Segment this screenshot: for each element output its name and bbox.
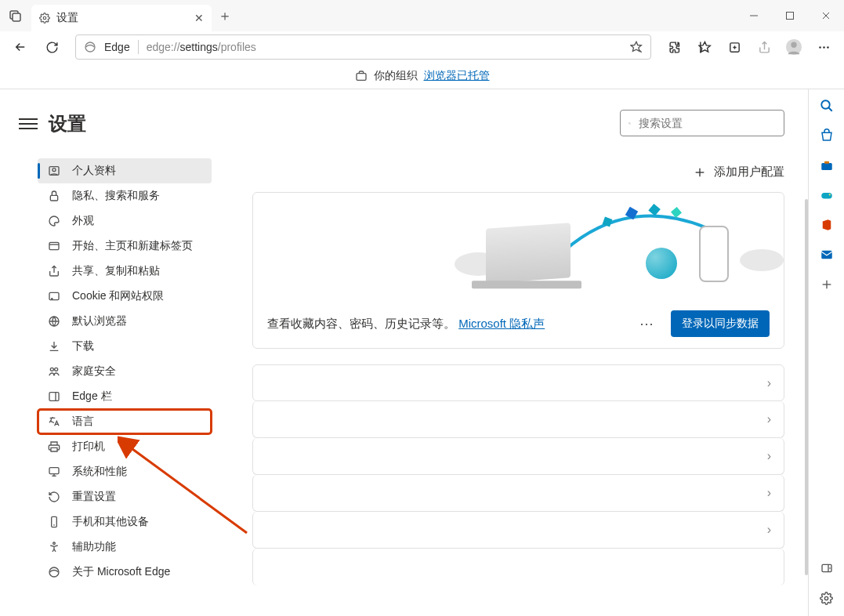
new-tab-button[interactable]: ＋ [212,2,238,29]
banner-link[interactable]: 浏览器已托管 [424,69,490,83]
back-button[interactable] [6,33,34,61]
vbar-panel-icon[interactable] [818,560,835,577]
tab-actions-icon[interactable] [0,0,31,31]
vbar-tools-icon[interactable] [818,157,835,174]
settings-row[interactable]: › [252,401,784,438]
sidebar-item-default[interactable]: 默认浏览器 [38,309,212,334]
vbar-games-icon[interactable] [818,187,835,204]
sidebar-item-cookies[interactable]: Cookie 和网站权限 [38,284,212,309]
titlebar: 设置 ✕ ＋ [0,0,844,31]
sidebar-item-edgebar[interactable]: Edge 栏 [38,384,212,409]
scrollbar[interactable] [805,199,808,575]
menu-hamburger-icon[interactable] [19,118,38,129]
sidebar-item-share[interactable]: 共享、复制和粘贴 [38,259,212,284]
vbar-settings-icon[interactable] [818,589,835,607]
add-profile-button[interactable]: 添加用户配置 [252,165,784,179]
share-icon[interactable] [750,33,778,61]
svg-rect-50 [821,193,832,199]
omnibox-brand: Edge [104,41,130,53]
sidebar-item-about[interactable]: 关于 Microsoft Edge [38,560,212,585]
svg-rect-24 [49,292,59,299]
sidebar-item-family[interactable]: 家庭安全 [38,359,212,384]
org-managed-banner: 你的组织浏览器已托管 [0,63,844,89]
sidebar-item-accessibility[interactable]: 辅助功能 [38,534,212,560]
svg-point-17 [827,46,829,49]
svg-rect-49 [824,161,829,164]
chevron-right-icon: › [767,523,771,537]
vbar-search-icon[interactable] [818,97,835,114]
sync-signin-button[interactable]: 登录以同步数据 [671,310,770,337]
chevron-right-icon: › [767,412,771,426]
vbar-outlook-icon[interactable] [818,246,835,263]
collections-icon[interactable] [720,33,748,61]
svg-point-28 [55,368,58,371]
share-nav-icon [47,264,61,278]
refresh-button[interactable] [38,33,66,61]
sidebar-item-start[interactable]: 开始、主页和新建标签页 [38,234,212,259]
svg-point-37 [49,567,59,577]
favorites-icon[interactable] [690,33,719,61]
profile-promo-card: 查看收藏内容、密码、历史记录等。 Microsoft 隐私声 ⋯ 登录以同步数据 [252,192,784,349]
settings-search[interactable] [620,110,784,136]
download-icon [47,339,61,353]
svg-rect-44 [648,204,660,216]
vbar-shopping-icon[interactable] [818,127,835,144]
browser-icon [47,314,61,328]
svg-rect-22 [49,242,59,249]
settings-row[interactable]: › [252,475,784,512]
edge-icon [47,565,61,579]
page-title: 设置 [49,111,86,136]
reset-icon [47,490,61,504]
sidebar-label: 下载 [72,339,94,353]
phone-icon [47,515,61,529]
settings-row[interactable]: › [252,438,784,475]
sidebar-label: 打印机 [72,440,105,454]
sidebar-item-appearance[interactable]: 外观 [38,208,212,234]
window-minimize-button[interactable] [736,0,772,31]
settings-row[interactable]: › [252,364,784,401]
settings-row[interactable] [252,549,784,585]
sidebar-item-system[interactable]: 系统和性能 [38,459,212,484]
tab-close-icon[interactable]: ✕ [194,12,204,24]
tab-icon [47,239,61,253]
window-close-button[interactable] [808,0,844,31]
sidebar-item-profile[interactable]: 个人资料 [38,158,212,183]
sidebar-item-phone[interactable]: 手机和其他设备 [38,509,212,534]
sidebar-item-language[interactable]: 语言 [38,409,212,434]
svg-rect-34 [52,516,57,527]
promo-text: 查看收藏内容、密码、历史记录等。 Microsoft 隐私声 [267,317,545,332]
sidebar-label: 辅助功能 [72,540,116,554]
vbar-office-icon[interactable] [818,216,835,234]
address-bar[interactable]: Edge edge://settings/profiles [75,34,651,60]
svg-point-27 [50,368,53,371]
settings-row[interactable]: › [252,512,784,549]
settings-search-input[interactable] [639,117,776,129]
sidebar-label: 家庭安全 [72,364,116,379]
extensions-icon[interactable] [661,33,689,61]
sidebar-label: 系统和性能 [72,465,127,479]
cookie-icon [47,289,61,303]
sidebar-item-downloads[interactable]: 下载 [38,334,212,359]
svg-point-25 [52,299,53,299]
favorite-star-icon[interactable] [630,41,643,53]
sidebar-item-reset[interactable]: 重置设置 [38,484,212,509]
window-maximize-button[interactable] [772,0,808,31]
edge-logo-icon [84,41,96,53]
sidebar-label: 重置设置 [72,490,116,504]
sidebar-item-privacy[interactable]: 隐私、搜索和服务 [38,183,212,208]
tab-settings[interactable]: 设置 ✕ [31,5,212,31]
svg-rect-21 [50,195,57,201]
lock-icon [47,189,61,203]
more-options-icon[interactable]: ⋯ [639,315,654,332]
profile-avatar[interactable] [780,33,808,61]
sidebar-label: 手机和其他设备 [72,515,149,529]
svg-point-7 [85,42,95,52]
privacy-link[interactable]: Microsoft 隐私声 [458,317,545,330]
sidebar-item-printer[interactable]: 打印机 [38,434,212,459]
menu-icon[interactable] [810,33,838,61]
svg-point-46 [821,100,830,109]
sidebar-label: Edge 栏 [72,390,112,404]
svg-line-47 [828,107,832,111]
svg-point-38 [628,122,630,124]
vbar-add-icon[interactable] [818,276,835,293]
